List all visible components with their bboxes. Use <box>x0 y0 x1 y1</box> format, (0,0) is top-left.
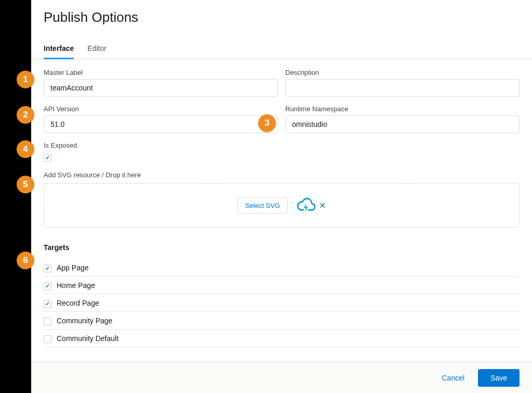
target-item: Community Page <box>44 312 520 330</box>
api-version-input[interactable] <box>44 115 278 133</box>
target-label: Community Page <box>57 317 112 325</box>
callout-6: 6 <box>17 252 34 269</box>
master-label-input[interactable] <box>44 79 278 97</box>
target-item: Home Page <box>44 277 520 294</box>
target-item: Community Default <box>44 330 520 347</box>
description-input[interactable] <box>285 79 520 97</box>
modal-title: Publish Options <box>44 9 520 25</box>
is-exposed-label: Is Exposed <box>44 141 520 149</box>
publish-options-modal: Publish Options Interface Editor Master … <box>31 0 532 393</box>
add-svg-label: Add SVG resource / Drop it here <box>44 171 520 179</box>
target-checkbox-community-default[interactable] <box>44 335 51 343</box>
cloud-lightning-icon <box>295 197 317 214</box>
select-svg-button[interactable]: Select SVG <box>237 198 288 214</box>
api-version-label: API Version <box>44 105 278 113</box>
target-checkbox-home-page[interactable] <box>44 282 51 290</box>
target-checkbox-record-page[interactable] <box>44 300 51 308</box>
target-label: Community Default <box>57 334 118 343</box>
target-label: Home Page <box>57 281 95 290</box>
runtime-namespace-input[interactable] <box>285 115 520 133</box>
target-checkbox-community-page[interactable] <box>44 318 51 325</box>
callout-1: 1 <box>17 71 34 88</box>
targets-header: Targets <box>44 243 520 252</box>
target-checkbox-app-page[interactable] <box>44 265 51 272</box>
callout-4: 4 <box>17 140 34 158</box>
callout-3: 3 <box>258 114 276 132</box>
svg-preview: ✕ <box>295 197 326 214</box>
tab-editor[interactable]: Editor <box>87 44 107 59</box>
target-label: App Page <box>57 264 89 272</box>
target-item: Record Page <box>44 294 520 312</box>
target-label: Record Page <box>57 299 99 307</box>
description-label: Description <box>285 69 520 76</box>
tab-interface[interactable]: Interface <box>44 44 74 59</box>
tabs: Interface Editor <box>31 31 532 59</box>
modal-footer: Cancel Save <box>31 362 532 393</box>
runtime-namespace-label: Runtime Namespace <box>285 105 520 113</box>
content: Master Label Description API Version Run… <box>31 59 532 362</box>
save-button[interactable]: Save <box>478 369 520 387</box>
svg-dropzone[interactable]: Select SVG ✕ <box>44 183 520 228</box>
cancel-button[interactable]: Cancel <box>436 370 470 386</box>
target-item: App Page <box>44 259 520 277</box>
modal-header: Publish Options <box>31 0 532 31</box>
is-exposed-checkbox[interactable] <box>44 154 51 162</box>
master-label-label: Master Label <box>44 69 278 76</box>
remove-svg-icon[interactable]: ✕ <box>319 201 326 211</box>
callout-2: 2 <box>17 106 34 124</box>
callout-5: 5 <box>17 176 34 193</box>
